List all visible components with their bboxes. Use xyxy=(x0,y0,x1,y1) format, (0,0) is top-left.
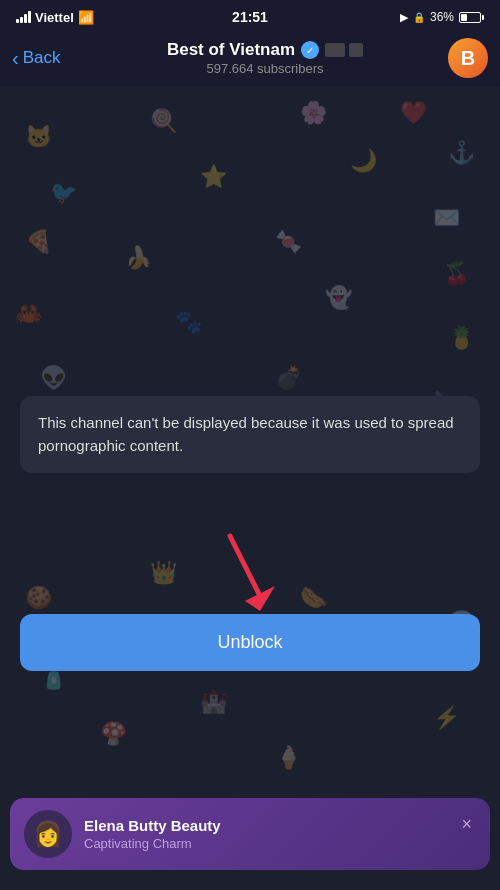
subscribers-count: 597.664 subscribers xyxy=(206,61,323,76)
doodle-cherry: 🍒 xyxy=(443,263,470,285)
unblock-button[interactable]: Unblock xyxy=(20,614,480,671)
doodle-mushroom: 🍄 xyxy=(100,723,127,745)
battery-percent: 36% xyxy=(430,10,454,24)
doodle-ice-cream: 🍦 xyxy=(275,747,302,769)
lock-icon: 🔒 xyxy=(413,12,425,23)
doodle-crown: 👑 xyxy=(150,562,177,584)
channel-header: ‹ Back Best of Vietnam ✓ 597.664 subscri… xyxy=(0,30,500,86)
doodle-ghost: 👻 xyxy=(325,287,352,309)
status-indicators: ▶ 🔒 36% xyxy=(400,10,484,24)
privacy-icon-2 xyxy=(349,43,363,57)
doodle-lollipop: 🍬 xyxy=(275,231,302,253)
chat-background: 🐱 🍭 🌸 ❤️ ⚓ 🐦 ⭐ 🌙 ✉️ 🍕 🍌 🍬 🍒 🦀 🐾 👻 🍍 👽 💣 … xyxy=(0,86,500,890)
doodle-alien: 👽 xyxy=(40,367,67,389)
svg-marker-1 xyxy=(245,586,275,611)
notification-avatar: 👩 xyxy=(24,810,72,858)
avatar-letter: B xyxy=(461,47,475,70)
battery-icon xyxy=(459,12,484,23)
doodle-pineapple: 🍍 xyxy=(448,327,475,349)
back-label[interactable]: Back xyxy=(23,48,61,68)
blocked-message-bubble: This channel can't be displayed because … xyxy=(20,396,480,473)
doodle-flower: 🌸 xyxy=(300,102,327,124)
carrier-label: Viettel xyxy=(35,10,74,25)
status-time: 21:51 xyxy=(232,9,268,25)
notif-avatar-emoji: 👩 xyxy=(33,820,63,848)
chevron-left-icon: ‹ xyxy=(12,47,19,70)
notification-title: Elena Butty Beauty xyxy=(84,817,445,834)
doodle-paw: 🐾 xyxy=(175,311,202,333)
signal-icon xyxy=(16,11,31,23)
arrow-indicator xyxy=(210,526,290,620)
doodle-hotdog: 🌭 xyxy=(300,587,327,609)
doodle-cookie: 🍪 xyxy=(25,587,52,609)
channel-name-row: Best of Vietnam ✓ xyxy=(167,40,363,60)
doodle-cat: 🐱 xyxy=(25,126,52,148)
back-button[interactable]: ‹ Back xyxy=(12,47,82,70)
notification-close-button[interactable]: × xyxy=(457,810,476,839)
doodle-pizza: 🍕 xyxy=(25,231,52,253)
verified-icon: ✓ xyxy=(301,41,319,59)
doodle-bomb: 💣 xyxy=(275,367,302,389)
wifi-icon: 📶 xyxy=(78,10,94,25)
doodle-anchor: ⚓ xyxy=(448,142,475,164)
privacy-icons xyxy=(325,43,363,57)
doodle-banana: 🍌 xyxy=(125,247,152,269)
svg-line-0 xyxy=(230,536,260,596)
privacy-icon-1 xyxy=(325,43,345,57)
notification-content: Elena Butty Beauty Captivating Charm xyxy=(84,817,445,851)
blocked-message-text: This channel can't be displayed because … xyxy=(38,414,454,454)
doodle-lightning: ⚡ xyxy=(433,707,460,729)
doodle-castle: 🏰 xyxy=(200,691,227,713)
channel-name: Best of Vietnam xyxy=(167,40,295,60)
doodle-heart: ❤️ xyxy=(400,102,427,124)
channel-info: Best of Vietnam ✓ 597.664 subscribers xyxy=(82,40,448,76)
location-icon: ▶ xyxy=(400,11,408,24)
notification-subtitle: Captivating Charm xyxy=(84,836,445,851)
arrow-svg xyxy=(210,526,290,616)
carrier-info: Viettel 📶 xyxy=(16,10,94,25)
status-bar: Viettel 📶 21:51 ▶ 🔒 36% xyxy=(0,0,500,30)
channel-avatar[interactable]: B xyxy=(448,38,488,78)
bottom-notification[interactable]: 👩 Elena Butty Beauty Captivating Charm × xyxy=(10,798,490,870)
doodle-star: ⭐ xyxy=(200,166,227,188)
doodle-candy: 🍭 xyxy=(150,110,177,132)
doodle-moon: 🌙 xyxy=(350,150,377,172)
doodle-bird: 🐦 xyxy=(50,182,77,204)
doodle-crab: 🦀 xyxy=(15,303,42,325)
doodle-envelope: ✉️ xyxy=(433,207,460,229)
